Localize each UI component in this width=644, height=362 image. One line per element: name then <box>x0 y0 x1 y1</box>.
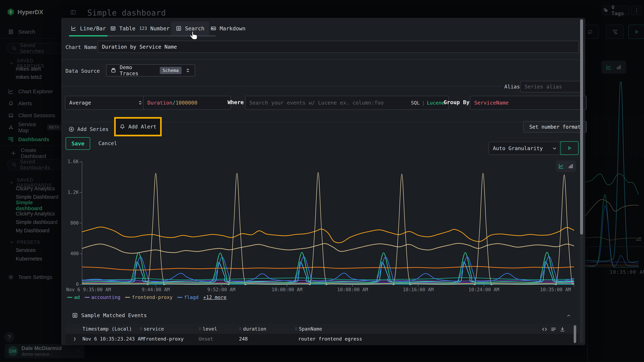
y-axis-label: 1.2K <box>63 189 79 195</box>
alias-input[interactable]: Series alias <box>520 81 582 92</box>
add-series-label: Add Series <box>77 126 108 132</box>
alias-label: Alias <box>504 84 520 90</box>
chart-series-frontend-proxy <box>82 266 574 270</box>
download-button[interactable] <box>560 326 566 332</box>
modal-scrollbar-track[interactable] <box>580 19 583 343</box>
chevron-up-icon <box>566 313 572 319</box>
sample-events-title: Sample Matched Events <box>81 312 147 318</box>
where-search-input[interactable]: Search your events w/ Lucene ex. column:… <box>245 96 449 110</box>
code-view-button[interactable] <box>542 326 548 332</box>
expr-value: 1000000 <box>176 100 197 106</box>
data-source-select[interactable]: Demo Traces Schema <box>106 64 195 76</box>
markdown-icon <box>210 25 216 31</box>
expr-field: Duration <box>148 100 172 106</box>
sql-toggle[interactable]: SQL <box>411 100 420 106</box>
table-row[interactable]: ❯Nov 6 10:35:23.243 AMfrontend-proxyUnse… <box>65 334 578 344</box>
chart-series-frontend <box>82 227 574 243</box>
events-column-header[interactable]: ⠿duration <box>239 326 266 332</box>
events-column-header[interactable]: ⠿SpanName <box>295 326 322 332</box>
tab-number[interactable]: 123 Number <box>138 21 171 35</box>
legend-more-link[interactable]: +12 more <box>203 294 226 300</box>
save-button[interactable]: Save <box>66 137 90 150</box>
x-axis-label: 10:16:00 AM <box>403 287 434 292</box>
tab-label: Line/Bar <box>80 25 106 32</box>
chart-display-toggle[interactable] <box>556 161 576 172</box>
chart-editor-modal: Line/Bar Table 123 Number Search Markdow… <box>61 18 585 345</box>
events-column-header[interactable]: Timestamp (Local) <box>82 326 132 332</box>
chart-series-currency (baseline) <box>82 283 574 283</box>
tab-table[interactable]: Table <box>108 21 138 35</box>
legend-label: ad <box>74 294 80 300</box>
table-row[interactable]: ❯Nov 6 10:35:23.343 AMfrontend-proxyUnse… <box>65 344 578 345</box>
run-chart-button[interactable] <box>560 141 578 155</box>
x-axis-label: 10:35:00 AM <box>540 287 574 292</box>
drag-handle-icon[interactable]: ⠿ <box>239 327 241 331</box>
duration-by-service-chart[interactable] <box>82 159 574 284</box>
events-table-header: Timestamp (Local)⠿service⠿level⠿duration… <box>65 324 578 334</box>
add-alert-button[interactable]: Add Alert <box>114 117 162 136</box>
tab-markdown[interactable]: Markdown <box>209 21 247 35</box>
x-axis-label: Nov 6 9:35:00 AM <box>66 287 111 292</box>
cancel-button[interactable]: Cancel <box>98 140 117 146</box>
y-axis-label: 800 <box>63 220 79 226</box>
legend-item-accounting[interactable]: accounting <box>84 294 120 300</box>
schema-badge: Schema <box>160 67 182 74</box>
list-icon <box>176 25 182 31</box>
chevron-down-icon <box>552 145 558 151</box>
legend-dash <box>125 297 130 298</box>
database-icon <box>110 67 116 73</box>
divider <box>61 59 585 60</box>
chart-series-email (baseline) <box>82 278 574 280</box>
column-label: level <box>203 326 217 332</box>
event-cell: Nov 6 10:35:23.243 AM <box>82 336 144 342</box>
tab-active-underline <box>69 35 108 36</box>
chart-name-input[interactable]: Duration by Service Name <box>98 41 579 53</box>
tab-label: Number <box>150 25 170 32</box>
caret-sort-icon <box>185 67 191 73</box>
aggregation-select[interactable]: Average <box>65 96 148 110</box>
events-column-header[interactable]: ⠿level <box>198 326 217 332</box>
aggregation-value: Average <box>69 100 91 106</box>
where-placeholder: Search your events w/ Lucene ex. column:… <box>249 100 384 106</box>
legend-item-frontend-proxy[interactable]: frontend-proxy <box>125 294 173 300</box>
lucene-toggle[interactable]: Lucene <box>427 100 444 106</box>
event-cell: router frontend egress <box>298 336 362 342</box>
modal-scrollbar-thumb[interactable] <box>580 19 583 235</box>
chart-legend: adaccountingfrontend-proxyflagd+12 more <box>67 294 226 300</box>
collapse-events-button[interactable] <box>566 313 572 319</box>
add-series-button[interactable]: Add Series <box>68 122 108 136</box>
drag-handle-icon[interactable]: ⠿ <box>140 327 142 331</box>
line-chart-icon <box>71 25 77 31</box>
drag-handle-icon[interactable]: ⠿ <box>198 327 201 331</box>
cancel-label: Cancel <box>98 140 117 146</box>
mouse-cursor <box>189 31 198 41</box>
expand-row-icon[interactable]: ❯ <box>73 336 76 342</box>
caret-sort-icon <box>137 100 143 106</box>
chart-type-tabs: Line/Bar Table 123 Number Search Markdow… <box>69 21 247 35</box>
event-cell: frontend-proxy <box>143 336 184 342</box>
expr-op: / <box>172 100 176 106</box>
alias-placeholder: Series alias <box>524 84 562 90</box>
legend-item-ad[interactable]: ad <box>67 294 80 300</box>
column-label: Timestamp (Local) <box>82 326 132 332</box>
legend-item-flagd[interactable]: flagd <box>177 294 198 300</box>
drag-handle-icon[interactable]: ⠿ <box>295 327 297 331</box>
where-label: Where <box>228 99 244 105</box>
tab-label: Table <box>119 25 136 32</box>
group-by-label: Group By <box>444 99 470 105</box>
events-column-header[interactable]: ⠿service <box>140 326 164 332</box>
events-scrollbar[interactable] <box>574 325 576 343</box>
events-table-body: ❯Nov 6 10:35:23.243 AMfrontend-proxyUnse… <box>65 334 578 345</box>
x-axis-label: 10:00:00 AM <box>272 287 302 292</box>
granularity-select[interactable]: Auto Granularity <box>488 142 562 155</box>
field-expression-input[interactable]: Duration/1000000 <box>143 96 231 110</box>
event-cell: Unset <box>198 336 213 342</box>
sample-events-header[interactable]: Sample Matched Events <box>72 312 147 318</box>
set-number-format-button[interactable]: Set number format <box>523 121 587 133</box>
set-number-format-label: Set number format <box>529 124 581 130</box>
legend-dash <box>177 297 182 298</box>
row-density-button[interactable] <box>550 326 556 332</box>
group-by-input[interactable]: ServiceName <box>470 96 587 110</box>
event-cell: 248 <box>239 336 248 342</box>
tab-line-bar[interactable]: Line/Bar <box>69 21 108 35</box>
